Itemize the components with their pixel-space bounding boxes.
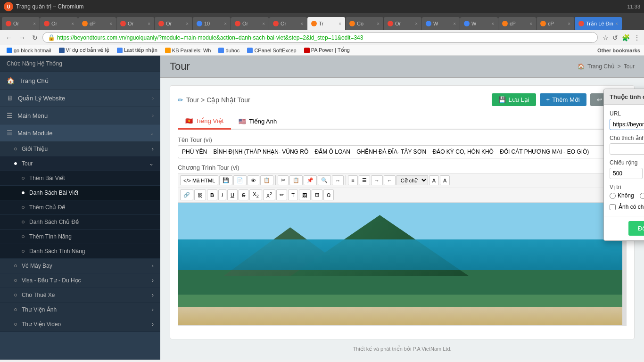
- extensions-icon[interactable]: 🧩: [622, 34, 630, 41]
- tour-label: Tour: [22, 160, 33, 167]
- copy-btn[interactable]: 📋: [289, 175, 303, 185]
- outdent-btn[interactable]: ←: [384, 175, 396, 185]
- clear-btn[interactable]: ✏: [276, 189, 287, 200]
- sidebar-item-mainmenu[interactable]: ☰ Main Menu ›: [0, 107, 160, 124]
- position-left[interactable]: Trái: [640, 192, 644, 199]
- sidebar-sub-thu-vien-anh[interactable]: Thư Viện Ảnh ›: [0, 303, 160, 317]
- italic-btn[interactable]: I: [218, 189, 226, 200]
- caption-checkbox[interactable]: [610, 204, 616, 210]
- link-btn[interactable]: 🔗: [180, 189, 193, 200]
- tab-15[interactable]: cP×: [537, 17, 574, 30]
- paste-btn[interactable]: 📌: [304, 175, 317, 185]
- danh-sach-chu-de-label: Danh Sách Chủ Đề: [29, 219, 79, 225]
- address-input[interactable]: [57, 34, 593, 41]
- url-label: URL: [610, 110, 644, 117]
- tab-anh[interactable]: 🇺🇸 Tiếng Anh: [231, 114, 284, 129]
- sidebar-sub-cho-thue-xe[interactable]: Cho Thuê Xe ›: [0, 288, 160, 303]
- bookmark-kb[interactable]: KB Parallels: Wh: [162, 47, 214, 54]
- fontsize-select[interactable]: Cỡ chữ: [396, 175, 428, 185]
- sidebar-sub-them-chu-de[interactable]: Thêm Chủ Đề: [0, 200, 160, 215]
- bookmark-cpanel[interactable]: CPanel SoftExcep: [244, 47, 299, 54]
- bookmark-fb[interactable]: go block hotmail: [4, 47, 54, 54]
- tab-4[interactable]: Or×: [116, 17, 154, 30]
- special-btn[interactable]: Ω: [323, 189, 334, 200]
- save-button[interactable]: 💾 Lưu Lại: [492, 93, 536, 106]
- bookmark-duhoc[interactable]: duhoc: [215, 47, 242, 54]
- caption-field: Chú thích ảnh: [610, 135, 644, 155]
- search-btn[interactable]: 🔍: [318, 175, 331, 185]
- tab-6[interactable]: 10×: [193, 17, 231, 30]
- sidebar-sub-them-tinh-nang[interactable]: Thêm Tính Năng: [0, 230, 160, 244]
- toolbar-template-btn[interactable]: 📋: [260, 175, 273, 185]
- ol-btn[interactable]: ☰: [359, 175, 370, 185]
- width-input[interactable]: [610, 168, 643, 179]
- cut-btn[interactable]: ✂: [278, 175, 289, 185]
- menu-icon[interactable]: ⋮: [634, 34, 640, 41]
- add-new-button[interactable]: + Thêm Mới: [540, 93, 586, 106]
- tab-2[interactable]: Or×: [40, 17, 78, 30]
- tab-8[interactable]: Or×: [269, 17, 307, 30]
- sidebar-sub-danh-sach-tinh-nang[interactable]: Danh Sách Tính Năng: [0, 244, 160, 259]
- dot-icon: [22, 206, 25, 209]
- tab-user[interactable]: Trần Lê Đin×: [575, 17, 622, 30]
- sidebar-item-mainmodule[interactable]: ☰ Main Module ⌄: [0, 124, 160, 142]
- forward-button[interactable]: →: [17, 33, 27, 42]
- sidebar-sub-visa[interactable]: Visa - Đầu Tư - Du Học ›: [0, 273, 160, 288]
- sidebar-sub-thu-vien-video[interactable]: Thư Viện Video ›: [0, 317, 160, 332]
- sidebar-sub-tour[interactable]: Tour ⌄: [0, 156, 160, 171]
- tab-viet[interactable]: 🇻🇳 Tiếng Việt: [178, 114, 231, 130]
- html-icon: </>: [183, 178, 191, 183]
- toolbar-save-btn[interactable]: 💾: [219, 175, 232, 185]
- ul-btn[interactable]: ≡: [348, 175, 357, 185]
- tab-10[interactable]: Co×: [346, 17, 383, 30]
- tab-1[interactable]: Or×: [2, 17, 40, 30]
- tab-3[interactable]: cP×: [78, 17, 116, 30]
- underline-btn[interactable]: U: [227, 189, 238, 200]
- sidebar-sub-danh-sach-bai-viet[interactable]: Danh Sách Bài Viết: [0, 186, 160, 200]
- bookmark-last[interactable]: Last tiếp nhận: [114, 46, 160, 54]
- strike-btn[interactable]: S: [239, 189, 248, 200]
- html-btn[interactable]: </> Mã HTML: [180, 175, 218, 185]
- font-bg-btn[interactable]: A: [440, 175, 450, 185]
- bold-btn[interactable]: B: [207, 189, 217, 200]
- sub-btn[interactable]: X2: [249, 189, 262, 200]
- back-button[interactable]: ←: [4, 33, 14, 42]
- tab-13[interactable]: W×: [460, 17, 498, 30]
- editor-area[interactable]: [178, 202, 627, 326]
- bookmark-z[interactable]: Ví dụ cơ bản về lệ: [56, 46, 112, 54]
- toolbar-preview-btn[interactable]: 👁: [248, 175, 259, 185]
- sidebar-sub-them-bai-viet[interactable]: Thêm Bài Viết: [0, 171, 160, 186]
- caption-input[interactable]: [610, 143, 644, 155]
- sidebar-sub-danh-sach-chu-de[interactable]: Danh Sách Chủ Đề: [0, 215, 160, 230]
- image-btn[interactable]: 🖼: [299, 189, 311, 200]
- tab-5[interactable]: Or×: [155, 17, 192, 30]
- table-btn[interactable]: ⊞: [312, 189, 322, 200]
- removeformat-btn[interactable]: T: [288, 189, 298, 200]
- sidebar-item-trangchu[interactable]: 🏠 Trang Chủ: [0, 72, 160, 90]
- sidebar-sub-ve-may-bay[interactable]: Vé Máy Bay ›: [0, 259, 160, 273]
- sidebar-item-quanly[interactable]: 🖥 Quản Lý Website ›: [0, 90, 160, 107]
- reload-button[interactable]: ↻: [30, 33, 40, 42]
- tab-active[interactable]: Tr×: [307, 17, 345, 30]
- star-icon[interactable]: ☆: [603, 34, 609, 41]
- tab-14[interactable]: cP×: [498, 17, 536, 30]
- tab-12[interactable]: W×: [422, 17, 460, 30]
- unlink-btn[interactable]: ⛓: [194, 189, 206, 200]
- bookmark-pa[interactable]: PA Power | Tổng: [301, 46, 353, 54]
- indent-btn[interactable]: →: [371, 175, 383, 185]
- tour-name-input[interactable]: [178, 145, 627, 158]
- toolbar-new-btn[interactable]: 📄: [233, 175, 247, 185]
- sup-btn[interactable]: X2: [263, 189, 275, 200]
- editor-toolbar-2: 🔗 ⛓ B I U S X2 X2 ✏ T 🖼 ⊞ Ω: [178, 187, 627, 202]
- tab-11[interactable]: Or×: [384, 17, 421, 30]
- replace-btn[interactable]: ↔: [332, 175, 344, 185]
- confirm-button[interactable]: Đồng ý: [628, 221, 644, 236]
- page-header: Tour 🏠 Trang Chủ > Tour: [160, 56, 644, 78]
- refresh-icon[interactable]: ↺: [612, 34, 618, 41]
- position-none[interactable]: Không: [610, 192, 634, 199]
- other-bookmarks[interactable]: Other bookmarks: [597, 48, 640, 53]
- font-color-btn[interactable]: A: [429, 175, 439, 185]
- tab-7[interactable]: Or×: [231, 17, 269, 30]
- sidebar-sub-gioithieu[interactable]: Giới Thiệu ›: [0, 142, 160, 156]
- url-input[interactable]: [610, 119, 644, 130]
